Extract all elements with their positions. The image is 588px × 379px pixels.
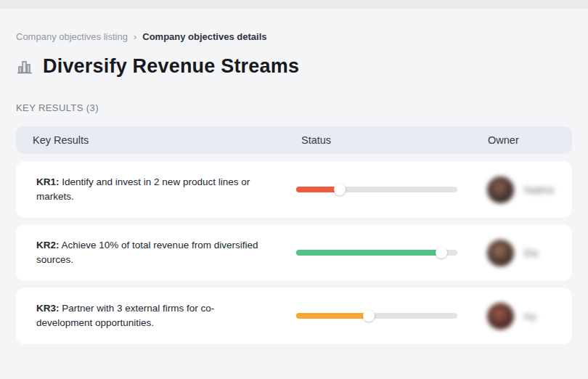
kr2-owner-cell: Ela	[472, 240, 572, 266]
owner-name: Nadine	[524, 184, 554, 195]
page-title-row: Diversify Revenue Streams	[16, 55, 572, 78]
kr2-label: KR2:	[36, 240, 60, 250]
table-row-kr1: KR1: Identify and invest in 2 new produc…	[16, 161, 572, 218]
top-strip	[0, 0, 588, 9]
slider-handle[interactable]	[363, 310, 375, 322]
slider-fill	[296, 250, 441, 256]
slider-handle[interactable]	[334, 184, 346, 195]
slider-fill	[296, 313, 369, 319]
avatar	[487, 176, 514, 203]
table-row-kr3: KR3: Partner with 3 external firms for c…	[16, 288, 572, 344]
breadcrumb-item-listing[interactable]: Company objectives listing	[16, 31, 128, 42]
kr2-progress-slider[interactable]	[296, 247, 457, 258]
chevron-right-icon: ›	[134, 31, 136, 42]
key-results-list: KR1: Identify and invest in 2 new produc…	[16, 161, 572, 344]
buildings-icon	[16, 58, 33, 76]
column-header-status: Status	[301, 134, 488, 146]
slider-fill	[296, 187, 340, 192]
page-title: Diversify Revenue Streams	[43, 55, 299, 78]
table-row-kr2: KR2: Achieve 10% of total revenue from d…	[16, 224, 572, 281]
kr1-description: Identify and invest in 2 new product lin…	[36, 176, 250, 202]
breadcrumb-item-details[interactable]: Company objectives details	[142, 31, 266, 42]
column-header-key-results: Key Results	[33, 134, 301, 146]
kr1-owner-cell: Nadine	[472, 176, 572, 203]
kr1-text: KR1: Identify and invest in 2 new produc…	[36, 175, 254, 204]
kr3-owner-cell: Ivy	[472, 303, 572, 330]
owner-name: Ivy	[524, 311, 536, 322]
key-results-section-label: KEY RESULTS (3)	[16, 102, 572, 113]
kr2-description: Achieve 10% of total revenue from divers…	[36, 240, 258, 265]
kr3-description: Partner with 3 external firms for co-dev…	[36, 303, 214, 328]
avatar	[487, 240, 514, 266]
owner-name: Ela	[524, 248, 538, 258]
kr1-progress-slider[interactable]	[296, 184, 457, 195]
kr3-progress-slider[interactable]	[296, 310, 457, 322]
breadcrumb: Company objectives listing › Company obj…	[16, 31, 572, 42]
kr1-label: KR1:	[36, 176, 60, 187]
kr3-label: KR3:	[36, 303, 60, 314]
kr2-text: KR2: Achieve 10% of total revenue from d…	[36, 238, 276, 267]
table-header: Key Results Status Owner	[16, 126, 572, 154]
main-content: Company objectives listing › Company obj…	[0, 31, 588, 344]
slider-handle[interactable]	[436, 247, 447, 258]
kr3-text: KR3: Partner with 3 external firms for c…	[36, 301, 254, 330]
avatar	[487, 303, 514, 330]
column-header-owner: Owner	[488, 134, 572, 146]
